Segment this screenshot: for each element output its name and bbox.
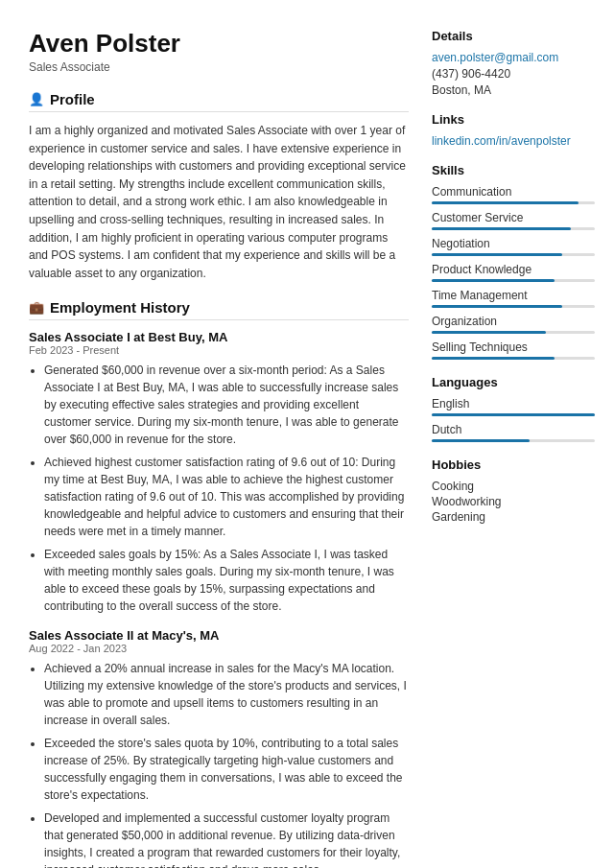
- phone: (437) 906-4420: [432, 67, 595, 81]
- skill-label: Time Management: [432, 289, 595, 302]
- skill-item: Selling Techniques: [432, 340, 595, 360]
- hobbies-section: Hobbies CookingWoodworkingGardening: [432, 457, 595, 524]
- job-bullet: Exceeded sales goals by 15%: As a Sales …: [44, 546, 409, 615]
- language-bar-fill: [432, 439, 530, 442]
- skill-item: Product Knowledge: [432, 263, 595, 282]
- job-title: Sales Associate I at Best Buy, MA: [29, 330, 409, 344]
- job-bullet: Developed and implemented a successful c…: [44, 809, 409, 868]
- hobby-item: Cooking: [432, 480, 595, 493]
- languages-title: Languages: [432, 375, 595, 389]
- skill-bar-bg: [432, 305, 595, 308]
- language-bar-bg: [432, 413, 595, 416]
- skill-item: Negotiation: [432, 237, 595, 256]
- skill-bar-bg: [432, 331, 595, 334]
- job-bullet: Generated $60,000 in revenue over a six-…: [44, 362, 409, 448]
- job-bullets: Achieved a 20% annual increase in sales …: [29, 660, 409, 868]
- details-section: Details aven.polster@gmail.com (437) 906…: [432, 29, 595, 97]
- skills-title: Skills: [432, 163, 595, 177]
- linkedin-link[interactable]: linkedin.com/in/avenpolster: [432, 134, 595, 148]
- skill-label: Communication: [432, 185, 595, 199]
- skill-label: Negotiation: [432, 237, 595, 250]
- job-bullet: Achieved highest customer satisfaction r…: [44, 454, 409, 540]
- skill-label: Product Knowledge: [432, 263, 595, 276]
- profile-section-title: 👤 Profile: [29, 91, 409, 112]
- skill-item: Communication: [432, 185, 595, 204]
- skill-bar-fill: [432, 357, 555, 360]
- language-bar-fill: [432, 413, 595, 416]
- details-title: Details: [432, 29, 595, 43]
- hobby-item: Gardening: [432, 510, 595, 524]
- candidate-name: Aven Polster: [29, 29, 409, 59]
- candidate-title: Sales Associate: [29, 60, 409, 74]
- skill-label: Selling Techniques: [432, 340, 595, 354]
- employment-section-title: 💼 Employment History: [29, 299, 409, 320]
- job-title: Sales Associate II at Macy's, MA: [29, 628, 409, 643]
- skill-label: Customer Service: [432, 211, 595, 224]
- profile-icon: 👤: [29, 92, 44, 106]
- employment-section: 💼 Employment History Sales Associate I a…: [29, 299, 409, 868]
- skill-item: Customer Service: [432, 211, 595, 230]
- language-label: Dutch: [432, 423, 595, 436]
- language-bar-bg: [432, 439, 595, 442]
- skill-bar-fill: [432, 279, 555, 282]
- skill-bar-fill: [432, 253, 562, 256]
- skill-bar-fill: [432, 227, 571, 230]
- hobby-item: Woodworking: [432, 495, 595, 508]
- links-section: Links linkedin.com/in/avenpolster: [432, 112, 595, 148]
- language-item: English: [432, 397, 595, 416]
- job-date: Feb 2023 - Present: [29, 344, 409, 356]
- links-title: Links: [432, 112, 595, 127]
- skill-bar-bg: [432, 227, 595, 230]
- sidebar: Details aven.polster@gmail.com (437) 906…: [432, 29, 595, 868]
- skill-item: Time Management: [432, 289, 595, 308]
- language-label: English: [432, 397, 595, 411]
- job-entry: Sales Associate I at Best Buy, MAFeb 202…: [29, 330, 409, 615]
- skill-item: Organization: [432, 315, 595, 334]
- location: Boston, MA: [432, 83, 595, 97]
- profile-section: 👤 Profile I am a highly organized and mo…: [29, 91, 409, 282]
- job-date: Aug 2022 - Jan 2023: [29, 643, 409, 654]
- skill-bar-bg: [432, 279, 595, 282]
- language-item: Dutch: [432, 423, 595, 442]
- employment-icon: 💼: [29, 300, 44, 315]
- job-bullets: Generated $60,000 in revenue over a six-…: [29, 362, 409, 615]
- hobbies-title: Hobbies: [432, 457, 595, 472]
- skill-bar-fill: [432, 331, 546, 334]
- email-link[interactable]: aven.polster@gmail.com: [432, 51, 595, 64]
- skill-bar-bg: [432, 201, 595, 204]
- job-bullet: Exceeded the store's sales quota by 10%,…: [44, 735, 409, 804]
- skill-bar-fill: [432, 305, 562, 308]
- profile-text: I am a highly organized and motivated Sa…: [29, 122, 409, 282]
- job-bullet: Achieved a 20% annual increase in sales …: [44, 660, 409, 729]
- skills-section: Skills CommunicationCustomer ServiceNego…: [432, 163, 595, 360]
- skill-bar-fill: [432, 201, 579, 204]
- languages-section: Languages EnglishDutch: [432, 375, 595, 442]
- job-entry: Sales Associate II at Macy's, MAAug 2022…: [29, 628, 409, 868]
- resume-header: Aven Polster Sales Associate: [29, 29, 409, 74]
- skill-bar-bg: [432, 357, 595, 360]
- skill-label: Organization: [432, 315, 595, 328]
- skill-bar-bg: [432, 253, 595, 256]
